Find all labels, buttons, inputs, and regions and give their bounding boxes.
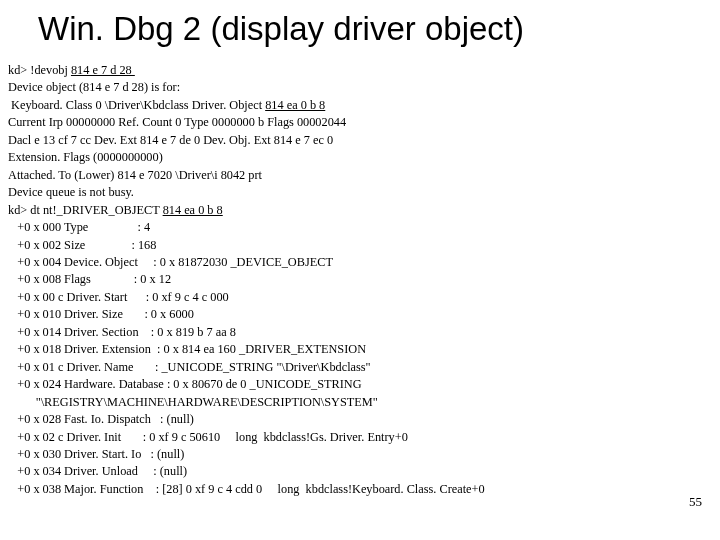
- page-number: 55: [689, 494, 702, 510]
- line-13: +0 x 00 c Driver. Start : 0 xf 9 c 4 c 0…: [8, 290, 229, 304]
- line-04: Dacl e 13 cf 7 cc Dev. Ext 814 e 7 de 0 …: [8, 133, 333, 147]
- slide: Win. Dbg 2 (display driver object) kd> !…: [0, 0, 720, 540]
- line-14: +0 x 010 Driver. Size : 0 x 6000: [8, 307, 194, 321]
- driver-object-addr-2: 814 ea 0 b 8: [163, 203, 223, 217]
- line-06: Attached. To (Lower) 814 e 7020 \Driver\…: [8, 168, 262, 182]
- slide-title: Win. Dbg 2 (display driver object): [0, 0, 720, 48]
- slide-body: kd> !devobj 814 e 7 d 28 Device object (…: [0, 48, 720, 498]
- line-11: +0 x 004 Device. Object : 0 x 81872030 _…: [8, 255, 333, 269]
- line-08a: kd> dt nt!_DRIVER_OBJECT: [8, 203, 163, 217]
- line-07: Device queue is not busy.: [8, 185, 134, 199]
- line-09: +0 x 000 Type : 4: [8, 220, 150, 234]
- line-22: +0 x 030 Driver. Start. Io : (null): [8, 447, 184, 461]
- line-00a: kd> !devobj: [8, 63, 71, 77]
- line-21: +0 x 02 c Driver. Init : 0 xf 9 c 50610 …: [8, 430, 408, 444]
- line-15: +0 x 014 Driver. Section : 0 x 819 b 7 a…: [8, 325, 236, 339]
- line-23: +0 x 034 Driver. Unload : (null): [8, 464, 187, 478]
- line-02a: Keyboard. Class 0 \Driver\Kbdclass Drive…: [8, 98, 265, 112]
- line-16: +0 x 018 Driver. Extension : 0 x 814 ea …: [8, 342, 366, 356]
- line-24: +0 x 038 Major. Function : [28] 0 xf 9 c…: [8, 482, 485, 496]
- devobj-addr: 814 e 7 d 28: [71, 63, 135, 77]
- line-18: +0 x 024 Hardware. Database : 0 x 80670 …: [8, 377, 362, 391]
- line-17: +0 x 01 c Driver. Name : _UNICODE_STRING…: [8, 360, 371, 374]
- line-10: +0 x 002 Size : 168: [8, 238, 156, 252]
- line-19: "\REGISTRY\MACHINE\HARDWARE\DESCRIPTION\…: [8, 395, 378, 409]
- line-03: Current Irp 00000000 Ref. Count 0 Type 0…: [8, 115, 346, 129]
- line-20: +0 x 028 Fast. Io. Dispatch : (null): [8, 412, 194, 426]
- line-01: Device object (814 e 7 d 28) is for:: [8, 80, 180, 94]
- driver-object-addr-1: 814 ea 0 b 8: [265, 98, 325, 112]
- line-12: +0 x 008 Flags : 0 x 12: [8, 272, 171, 286]
- line-05: Extension. Flags (0000000000): [8, 150, 163, 164]
